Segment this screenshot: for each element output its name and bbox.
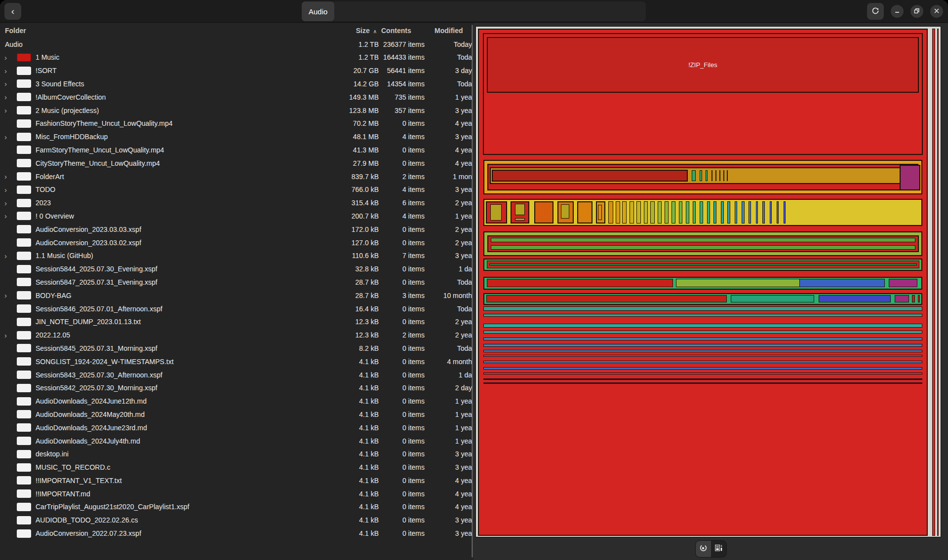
table-row[interactable]: ›1 Music1.2 TB164433 itemsToda — [0, 51, 474, 64]
treemap-cell[interactable] — [799, 279, 884, 287]
treemap-cell[interactable] — [515, 204, 525, 215]
treemap-cell[interactable] — [483, 378, 922, 380]
treemap-cell[interactable] — [719, 170, 720, 182]
treemap-cell[interactable] — [486, 295, 727, 302]
column-header-modified[interactable]: Modified — [425, 27, 474, 35]
table-row[interactable]: ›AudioConversion_2023.03.03.xspf172.0 kB… — [0, 223, 474, 236]
table-row[interactable]: ›!!IMPORTANT_V1_TEXT.txt4.1 kB0 items4 y… — [0, 474, 474, 487]
table-row[interactable]: ›!AlbumCoverCollection149.3 MB735 items1… — [0, 90, 474, 104]
treemap-cell[interactable] — [912, 295, 915, 302]
treemap-cell[interactable] — [686, 201, 689, 224]
tab-bar[interactable]: Audio — [302, 1, 646, 21]
close-button[interactable] — [930, 5, 943, 18]
treemap-cell[interactable] — [644, 201, 648, 224]
table-row[interactable]: ›AUDIODB_TODO_2022.02.26.cs4.1 kB0 items… — [0, 514, 474, 527]
treemap-cell[interactable] — [932, 29, 935, 536]
table-row[interactable]: ›CityStoryTheme_Uncut_LowQuality.mp427.9… — [0, 156, 474, 170]
treemap-cell[interactable] — [483, 367, 922, 370]
treemap-cell[interactable] — [483, 382, 922, 384]
table-row[interactable]: ›!SORT20.7 GB56441 items3 day — [0, 64, 474, 77]
treemap-cell[interactable] — [534, 201, 553, 224]
table-row[interactable]: ›2023315.4 kB6 items2 yea — [0, 196, 474, 210]
table-row[interactable]: ›SONGLIST_1924-2024_W-TIMESTAMPS.txt4.1 … — [0, 355, 474, 368]
treemap-cell[interactable] — [727, 170, 728, 182]
treemap-cell[interactable] — [918, 295, 920, 302]
treemap-cell[interactable] — [672, 201, 675, 224]
treemap-cell[interactable] — [706, 170, 708, 182]
treemap-chart-button[interactable] — [711, 541, 726, 557]
treemap-cell[interactable] — [598, 205, 602, 220]
table-row[interactable]: ›2022.12.0512.3 kB2 items2 yea — [0, 329, 474, 342]
expander-icon[interactable]: › — [4, 291, 11, 299]
table-row[interactable]: ›TODO766.0 kB4 items3 yea — [0, 183, 474, 196]
treemap-cell[interactable] — [489, 263, 917, 265]
table-row[interactable]: ›Session5846_2025.07.01_Afternoon.xspf16… — [0, 302, 474, 315]
treemap-cell[interactable] — [483, 361, 922, 364]
treemap-cell[interactable] — [692, 170, 696, 182]
expander-icon[interactable]: › — [4, 252, 11, 260]
treemap-cell[interactable] — [707, 201, 710, 224]
table-row[interactable]: ›Session5843_2025.07.30_Afternoon.xspf4.… — [0, 368, 474, 381]
expander-icon[interactable]: › — [4, 106, 11, 114]
tab-audio[interactable]: Audio — [302, 1, 334, 21]
expander-icon[interactable]: › — [4, 93, 11, 101]
treemap-cell[interactable] — [650, 201, 654, 224]
table-row[interactable]: ›CarTripPlaylist_August21st2020_CarPlayl… — [0, 500, 474, 514]
expander-icon[interactable]: › — [4, 53, 11, 62]
treemap-cell[interactable] — [711, 170, 712, 182]
treemap-cell[interactable] — [700, 201, 703, 224]
table-row[interactable]: ›!!IMPORTANT.md4.1 kB0 items4 yea — [0, 487, 474, 500]
treemap-cell[interactable] — [616, 201, 620, 224]
column-header-size[interactable]: Size∧ — [297, 27, 379, 35]
treemap-cell[interactable] — [483, 337, 922, 340]
treemap-cell[interactable] — [819, 295, 891, 302]
treemap-cell[interactable] — [487, 279, 672, 287]
table-row[interactable]: ›desktop.ini4.1 kB0 items3 yea — [0, 448, 474, 461]
treemap-cell-labeled[interactable]: !ZIP_Files — [487, 37, 918, 93]
treemap-cell[interactable] — [731, 295, 815, 302]
treemap-cell[interactable] — [622, 201, 627, 224]
expander-icon[interactable]: › — [4, 172, 11, 181]
treemap-cell[interactable] — [770, 201, 772, 224]
treemap-cell[interactable] — [735, 201, 737, 224]
treemap-cell[interactable] — [889, 279, 917, 287]
treemap-cell[interactable] — [721, 201, 724, 224]
treemap-cell[interactable] — [756, 201, 758, 224]
treemap-cell[interactable] — [679, 201, 682, 224]
table-row-root[interactable]: Audio 1.2 TB 236377 items Today — [0, 37, 474, 51]
expander-icon[interactable]: › — [4, 212, 11, 220]
expander-icon[interactable]: › — [4, 186, 11, 194]
treemap-cell[interactable] — [676, 279, 805, 287]
table-row[interactable]: ›3 Sound Effects14.2 GB14354 itemsToda — [0, 77, 474, 91]
column-header-contents[interactable]: Contents — [379, 27, 425, 35]
treemap-cell[interactable] — [723, 170, 724, 182]
table-row[interactable]: ›AudioConversion_2022.07.23.xspf4.1 kB0 … — [0, 527, 474, 540]
expander-icon[interactable]: › — [4, 199, 11, 207]
table-row[interactable]: ›BODY-BAG28.7 kB3 items10 month — [0, 289, 474, 302]
treemap-cell[interactable] — [483, 331, 922, 334]
table-row[interactable]: ›2 Music (projectless)123.8 MB357 items3… — [0, 104, 474, 117]
expander-icon[interactable]: › — [4, 67, 11, 75]
table-row[interactable]: ›AudioDownloads_2024June12th.md4.1 kB0 i… — [0, 395, 474, 408]
treemap-cell[interactable] — [636, 201, 641, 224]
treemap-cell[interactable] — [577, 201, 593, 224]
treemap-root-cell[interactable]: !ZIP_Files — [478, 29, 928, 536]
treemap-cell[interactable] — [492, 170, 687, 182]
treemap-cell[interactable] — [658, 201, 662, 224]
treemap-cell[interactable] — [900, 165, 921, 190]
table-row[interactable]: ›FolderArt839.7 kB2 items1 mon — [0, 170, 474, 183]
treemap-cell[interactable] — [700, 170, 702, 182]
table-row[interactable]: ›Session5842_2025.07.30_Morning.xspf4.1 … — [0, 381, 474, 395]
column-header-folder[interactable]: Folder — [0, 27, 297, 35]
treemap-cell[interactable] — [491, 238, 916, 242]
expander-icon[interactable]: › — [4, 331, 11, 339]
treemap-cell[interactable] — [483, 314, 922, 317]
treemap-cell[interactable] — [630, 201, 634, 224]
table-row[interactable]: ›JIN_NOTE_DUMP_2023.01.13.txt12.3 kB0 it… — [0, 315, 474, 329]
table-row[interactable]: ›MUSIC_TO_RECORD.c4.1 kB0 items3 yea — [0, 461, 474, 474]
treemap-cell[interactable] — [491, 245, 916, 250]
rings-chart-button[interactable] — [696, 541, 711, 557]
minimize-button[interactable] — [891, 5, 904, 18]
maximize-button[interactable] — [910, 5, 923, 18]
treemap-cell[interactable] — [742, 201, 744, 224]
